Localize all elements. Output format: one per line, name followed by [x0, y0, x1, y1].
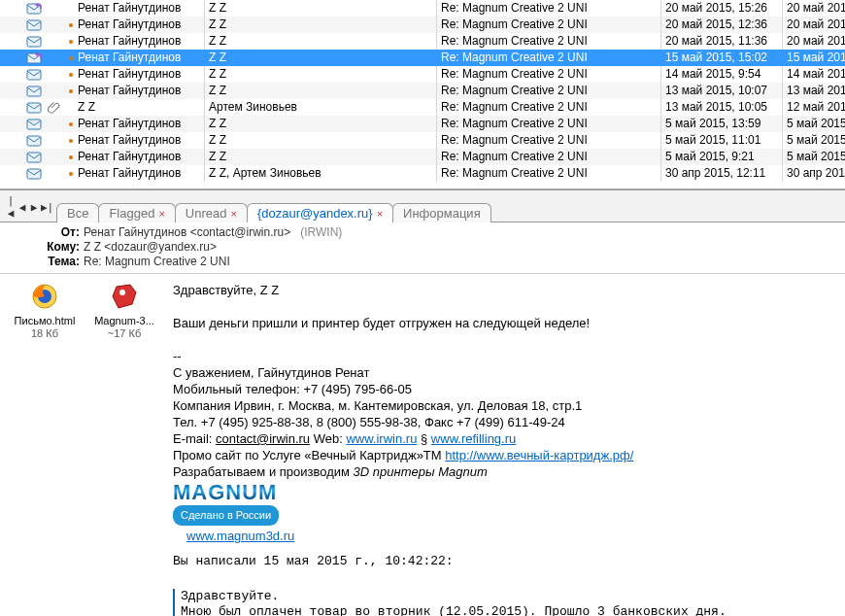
- mail-subject: Re: Magnum Creative 2 UNI: [436, 99, 660, 116]
- sig-line-6: Промо сайт по Услуге «Вечный Картридж»ТМ…: [173, 447, 835, 463]
- tabs: ВсеFlagged×Unread×{dozaur@yandex.ru}×Инф…: [56, 202, 845, 222]
- html-file-icon: [8, 280, 82, 313]
- mail-date-2: 20 май 2015, 12: [782, 0, 845, 17]
- mail-row[interactable]: Ренат ГайнутдиновZ ZRe: Magnum Creative …: [0, 17, 845, 33]
- mail-row[interactable]: Ренат ГайнутдиновZ ZRe: Magnum Creative …: [0, 149, 845, 165]
- message-headers: От: Ренат Гайнутдинов <contact@irwin.ru>…: [0, 222, 845, 273]
- nav-buttons: |◀ ◀ ▶ ▶|: [0, 194, 56, 222]
- mail-date-1: 20 май 2015, 15:26: [660, 0, 782, 17]
- mail-date-1: 14 май 2015, 9:54: [660, 66, 782, 83]
- envelope-icon: [23, 67, 45, 83]
- mail-date-1: 5 май 2015, 13:59: [660, 116, 782, 132]
- mail-subject: Re: Magnum Creative 2 UNI: [436, 17, 660, 33]
- mail-subject: Re: Magnum Creative 2 UNI: [436, 132, 660, 149]
- close-icon[interactable]: ×: [230, 208, 236, 220]
- tab[interactable]: Unread×: [175, 203, 248, 222]
- unread-dot: [64, 155, 78, 159]
- subject-label: Тема:: [10, 255, 84, 269]
- mail-from: Z Z: [78, 99, 204, 116]
- mail-list[interactable]: Ренат ГайнутдиновZ ZRe: Magnum Creative …: [0, 0, 845, 189]
- mail-correspondent: Z Z, Артем Зиновьев: [204, 165, 436, 182]
- envelope-icon: [23, 150, 45, 165]
- mail-correspondent: Z Z: [204, 66, 436, 83]
- sig-promo-link[interactable]: http://www.вечный-картридж.рф/: [445, 448, 633, 462]
- attachment-item[interactable]: Magnum-3...~17 Кб: [87, 280, 161, 340]
- message-body: Здравствуйте, Z Z Ваши деньги пришли и п…: [169, 274, 845, 616]
- unread-dot: [64, 73, 78, 77]
- nav-prev[interactable]: ◀: [17, 201, 27, 214]
- nav-next[interactable]: ▶: [29, 201, 39, 214]
- mail-correspondent: Z Z: [204, 50, 436, 66]
- mail-correspondent: Z Z: [204, 33, 436, 50]
- unread-dot: [64, 23, 78, 27]
- close-icon[interactable]: ×: [158, 208, 164, 220]
- sig-line-7: Разрабатываем и производим 3D принтеры M…: [173, 463, 835, 480]
- envelope-icon: [23, 133, 45, 149]
- mail-row[interactable]: Z ZАртем ЗиновьевRe: Magnum Creative 2 U…: [0, 99, 845, 116]
- mail-from: Ренат Гайнутдинов: [78, 17, 204, 33]
- mail-from: Ренат Гайнутдинов: [78, 132, 204, 149]
- sig-web-link-1[interactable]: www.irwin.ru: [346, 431, 417, 446]
- envelope-icon: [23, 166, 45, 182]
- mail-from: Ренат Гайнутдинов: [78, 66, 204, 83]
- attachment-icon: [45, 100, 64, 116]
- mail-row[interactable]: Ренат ГайнутдиновZ ZRe: Magnum Creative …: [0, 83, 845, 99]
- mail-subject: Re: Magnum Creative 2 UNI: [436, 149, 660, 165]
- tab[interactable]: {dozaur@yandex.ru}×: [247, 203, 393, 222]
- magnum-logo: MAGNUM: [173, 484, 277, 500]
- mail-row[interactable]: Ренат ГайнутдиновZ ZRe: Magnum Creative …: [0, 66, 845, 83]
- mail-row[interactable]: Ренат ГайнутдиновZ ZRe: Magnum Creative …: [0, 50, 845, 66]
- unread-dot: [64, 139, 78, 143]
- mail-date-2: 5 май 2015, 13:: [782, 116, 845, 132]
- mail-subject: Re: Magnum Creative 2 UNI: [436, 33, 660, 50]
- mail-correspondent: Z Z: [204, 132, 436, 149]
- mail-date-2: 14 май 2015, 9:: [782, 66, 845, 83]
- blank-line: [173, 569, 835, 585]
- sig-web-link-2[interactable]: www.refilling.ru: [431, 431, 516, 446]
- close-icon[interactable]: ×: [377, 208, 383, 220]
- mail-date-1: 15 май 2015, 15:02: [660, 50, 782, 66]
- sig-dashes: --: [173, 348, 835, 364]
- tab[interactable]: Все: [56, 203, 99, 222]
- mail-date-1: 5 май 2015, 9:21: [660, 149, 782, 165]
- to-value: Z Z <dozaur@yandex.ru>: [84, 240, 845, 255]
- mail-correspondent: Z Z: [204, 83, 436, 99]
- mail-from: Ренат Гайнутдинов: [78, 50, 204, 66]
- mail-row[interactable]: Ренат ГайнутдиновZ Z, Артем ЗиновьевRe: …: [0, 165, 845, 182]
- mail-from: Ренат Гайнутдинов: [78, 165, 204, 182]
- mail-date-2: 20 май 2015, 12: [782, 33, 845, 50]
- attachment-item[interactable]: Письмо.html18 Кб: [8, 280, 82, 340]
- nav-last[interactable]: ▶|: [41, 201, 51, 214]
- mail-row[interactable]: Ренат ГайнутдиновZ ZRe: Magnum Creative …: [0, 132, 845, 149]
- mail-row[interactable]: Ренат ГайнутдиновZ ZRe: Magnum Creative …: [0, 33, 845, 50]
- mail-subject: Re: Magnum Creative 2 UNI: [436, 83, 660, 99]
- tab[interactable]: Информация: [392, 203, 491, 222]
- to-label: Кому:: [10, 240, 84, 255]
- mail-date-1: 5 май 2015, 11:01: [660, 132, 782, 149]
- tab[interactable]: Flagged×: [98, 203, 175, 222]
- subject-value: Re: Magnum Creative 2 UNI: [84, 255, 845, 269]
- nav-first[interactable]: |◀: [6, 194, 16, 220]
- mail-date-1: 30 апр 2015, 12:11: [660, 165, 782, 182]
- mail-correspondent: Z Z: [204, 0, 436, 17]
- mail-date-2: 13 май 2015, 10: [782, 83, 845, 99]
- mail-row[interactable]: Ренат ГайнутдиновZ ZRe: Magnum Creative …: [0, 0, 845, 17]
- attachment-name: Magnum-3...: [87, 315, 161, 327]
- envelope-icon: [23, 84, 45, 99]
- mail-subject: Re: Magnum Creative 2 UNI: [436, 165, 660, 182]
- tab-strip: |◀ ◀ ▶ ▶| ВсеFlagged×Unread×{dozaur@yand…: [0, 189, 845, 222]
- mail-from: Ренат Гайнутдинов: [78, 0, 204, 17]
- mail-date-1: 13 май 2015, 10:05: [660, 99, 782, 116]
- reply-icon: [23, 1, 45, 17]
- mail-date-2: 5 май 2015, 11:: [782, 132, 845, 149]
- mail-correspondent: Z Z: [204, 17, 436, 33]
- mail-row[interactable]: Ренат ГайнутдиновZ ZRe: Magnum Creative …: [0, 116, 845, 132]
- unread-dot: [64, 40, 78, 44]
- attachment-size: 18 Кб: [8, 327, 82, 340]
- magnum-site-link[interactable]: www.magnum3d.ru: [186, 529, 294, 543]
- mail-subject: Re: Magnum Creative 2 UNI: [436, 0, 660, 17]
- mail-from: Ренат Гайнутдинов: [78, 149, 204, 165]
- magnum-badge: Сделано в России: [173, 505, 279, 526]
- envelope-icon: [23, 100, 45, 116]
- sig-email-link[interactable]: contact@irwin.ru: [216, 431, 310, 446]
